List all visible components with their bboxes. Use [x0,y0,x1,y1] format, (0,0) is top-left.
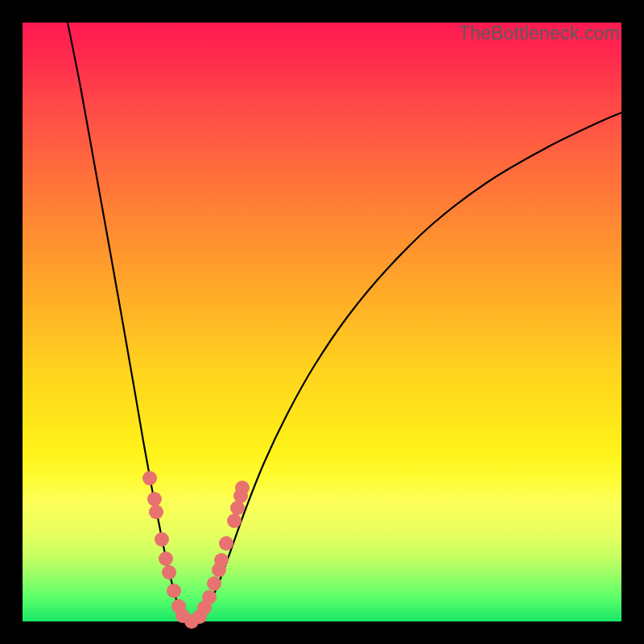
data-bead [207,576,221,591]
data-bead [219,536,233,551]
right-curve [192,113,621,621]
data-bead [235,481,250,495]
data-bead [227,514,242,528]
data-bead [167,584,181,598]
left-curve [68,23,192,621]
data-bead [147,492,162,506]
data-bead [159,551,173,566]
curves-svg [23,23,621,621]
data-bead [155,532,169,547]
data-bead [202,590,217,605]
chart-frame: TheBottleneck.com [0,0,644,644]
data-bead [162,565,176,580]
bead-group [142,471,250,629]
data-bead [214,553,229,568]
data-bead [149,505,163,519]
data-bead [142,471,157,485]
